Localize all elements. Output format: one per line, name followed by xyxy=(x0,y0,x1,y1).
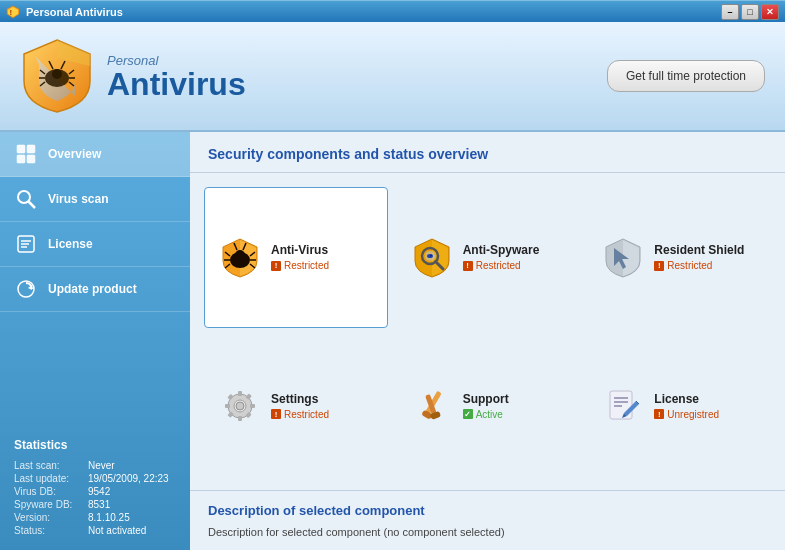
svg-rect-16 xyxy=(27,155,35,163)
anti-spyware-status-badge: ! Restricted xyxy=(463,260,540,271)
stat-label-last-scan: Last scan: xyxy=(14,460,84,471)
update-product-icon xyxy=(14,277,38,301)
anti-spyware-icon xyxy=(411,236,453,278)
title-bar: ! Personal Antivirus – □ ✕ xyxy=(0,0,785,22)
support-status-badge: ✓ Active xyxy=(463,409,509,420)
stat-row-last-update: Last update: 19/05/2009, 22:23 xyxy=(14,473,176,484)
statistics-title: Statistics xyxy=(14,438,176,452)
anti-virus-status-dot: ! xyxy=(271,261,281,271)
anti-virus-info: Anti-Virus ! Restricted xyxy=(271,243,329,271)
minimize-button[interactable]: – xyxy=(721,4,739,20)
support-status-dot: ✓ xyxy=(463,409,473,419)
header: Personal Antivirus Get full time protect… xyxy=(0,22,785,132)
resident-shield-status-dot: ! xyxy=(654,261,664,271)
stat-label-last-update: Last update: xyxy=(14,473,84,484)
license-comp-status-text: Unregistred xyxy=(667,409,719,420)
sidebar-item-license-label: License xyxy=(48,237,93,251)
title-bar-left: ! Personal Antivirus xyxy=(6,5,123,19)
statistics: Statistics Last scan: Never Last update:… xyxy=(0,426,190,550)
component-card-support[interactable]: Support ✓ Active xyxy=(396,336,580,477)
license-comp-status-dot: ! xyxy=(654,409,664,419)
support-icon xyxy=(411,385,453,427)
svg-rect-44 xyxy=(238,416,242,421)
resident-shield-info: Resident Shield ! Restricted xyxy=(654,243,744,271)
description-area: Description of selected component Descri… xyxy=(190,490,785,550)
stat-value-virus-db: 9542 xyxy=(88,486,110,497)
svg-rect-14 xyxy=(27,145,35,153)
stat-row-status: Status: Not activated xyxy=(14,525,176,536)
svg-point-51 xyxy=(236,402,244,410)
sidebar-item-update-product-label: Update product xyxy=(48,282,137,296)
description-text: Description for selected component (no c… xyxy=(208,526,767,538)
anti-spyware-status-text: Restricted xyxy=(476,260,521,271)
virus-scan-icon xyxy=(14,187,38,211)
close-button[interactable]: ✕ xyxy=(761,4,779,20)
settings-status-dot: ! xyxy=(271,409,281,419)
sidebar-item-overview-label: Overview xyxy=(48,147,101,161)
main-panel: Security components and status overview xyxy=(190,132,785,550)
resident-shield-icon xyxy=(602,236,644,278)
svg-rect-43 xyxy=(238,391,242,396)
component-card-anti-virus[interactable]: Anti-Virus ! Restricted xyxy=(204,187,388,328)
component-card-settings[interactable]: Settings ! Restricted xyxy=(204,336,388,477)
app-icon: ! xyxy=(6,5,20,19)
stat-value-last-update: 19/05/2009, 22:23 xyxy=(88,473,169,484)
license-comp-name: License xyxy=(654,392,719,406)
license-icon xyxy=(14,232,38,256)
sidebar-item-virus-scan-label: Virus scan xyxy=(48,192,108,206)
window-title: Personal Antivirus xyxy=(26,6,123,18)
svg-rect-45 xyxy=(225,404,230,408)
title-controls: – □ ✕ xyxy=(721,4,779,20)
anti-virus-icon xyxy=(219,236,261,278)
shield-logo xyxy=(20,36,95,116)
stat-value-last-scan: Never xyxy=(88,460,115,471)
svg-rect-15 xyxy=(17,155,25,163)
svg-line-18 xyxy=(29,202,36,209)
maximize-button[interactable]: □ xyxy=(741,4,759,20)
component-card-resident-shield[interactable]: Resident Shield ! Restricted xyxy=(587,187,771,328)
logo-text: Personal Antivirus xyxy=(107,53,246,100)
anti-spyware-status-dot: ! xyxy=(463,261,473,271)
anti-virus-status-text: Restricted xyxy=(284,260,329,271)
resident-shield-name: Resident Shield xyxy=(654,243,744,257)
stat-row-virus-db: Virus DB: 9542 xyxy=(14,486,176,497)
svg-rect-46 xyxy=(250,404,255,408)
sidebar: Overview Virus scan xyxy=(0,132,190,550)
get-protection-button[interactable]: Get full time protection xyxy=(607,60,765,92)
anti-spyware-name: Anti-Spyware xyxy=(463,243,540,257)
sidebar-item-overview[interactable]: Overview xyxy=(0,132,190,177)
settings-info: Settings ! Restricted xyxy=(271,392,329,420)
panel-title: Security components and status overview xyxy=(190,132,785,173)
component-card-anti-spyware[interactable]: Anti-Spyware ! Restricted xyxy=(396,187,580,328)
stat-value-version: 8.1.10.25 xyxy=(88,512,130,523)
svg-text:!: ! xyxy=(10,8,13,17)
description-title: Description of selected component xyxy=(208,503,767,518)
content-area: Overview Virus scan xyxy=(0,132,785,550)
settings-name: Settings xyxy=(271,392,329,406)
stat-value-status: Not activated xyxy=(88,525,146,536)
stat-label-version: Version: xyxy=(14,512,84,523)
anti-spyware-info: Anti-Spyware ! Restricted xyxy=(463,243,540,271)
resident-shield-status-text: Restricted xyxy=(667,260,712,271)
svg-point-38 xyxy=(427,254,433,258)
anti-virus-status-badge: ! Restricted xyxy=(271,260,329,271)
logo-antivirus: Antivirus xyxy=(107,68,246,100)
anti-virus-name: Anti-Virus xyxy=(271,243,329,257)
stat-label-spyware-db: Spyware DB: xyxy=(14,499,84,510)
component-card-license[interactable]: License ! Unregistred xyxy=(587,336,771,477)
support-info: Support ✓ Active xyxy=(463,392,509,420)
svg-point-4 xyxy=(52,69,62,79)
logo-area: Personal Antivirus xyxy=(20,36,246,116)
sidebar-item-virus-scan[interactable]: Virus scan xyxy=(0,177,190,222)
sidebar-item-license[interactable]: License xyxy=(0,222,190,267)
main-window: Personal Antivirus Get full time protect… xyxy=(0,22,785,550)
svg-rect-56 xyxy=(610,391,632,419)
settings-icon xyxy=(219,385,261,427)
license-comp-info: License ! Unregistred xyxy=(654,392,719,420)
settings-status-text: Restricted xyxy=(284,409,329,420)
stat-label-status: Status: xyxy=(14,525,84,536)
sidebar-spacer xyxy=(0,312,190,426)
security-grid: Anti-Virus ! Restricted xyxy=(190,173,785,490)
resident-shield-status-badge: ! Restricted xyxy=(654,260,744,271)
sidebar-item-update-product[interactable]: Update product xyxy=(0,267,190,312)
